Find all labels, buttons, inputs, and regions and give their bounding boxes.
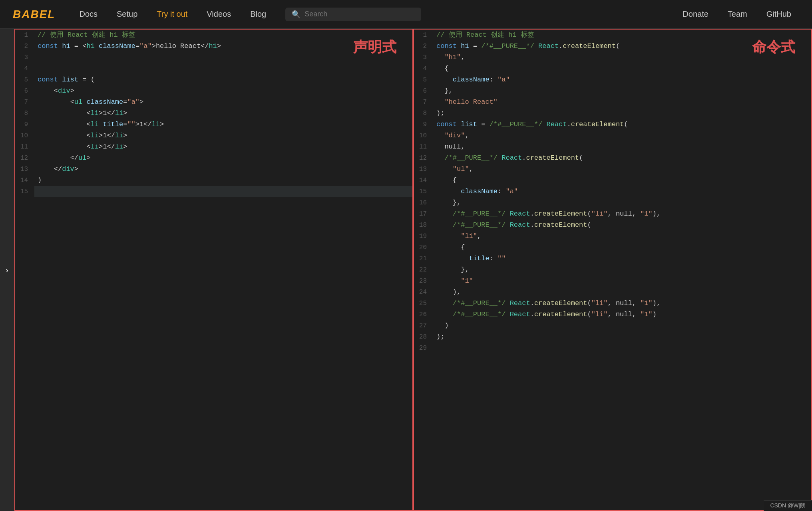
footer-bar: CSDN @W|朗 <box>764 500 812 511</box>
code-line: 9 const list = /*#__PURE__*/ React.creat… <box>414 119 811 130</box>
nav-team[interactable]: Team <box>720 6 755 22</box>
code-line: 15 <box>15 186 412 197</box>
code-line: 13 </div> <box>15 164 412 175</box>
nav-github[interactable]: GitHub <box>758 6 799 22</box>
code-line: 21 title: "" <box>414 253 811 264</box>
left-code-area[interactable]: 1 // 使用 React 创建 h1 标签 2 const h1 = <h1 … <box>15 30 412 197</box>
nav-docs[interactable]: Docs <box>71 6 105 22</box>
code-line: 2 const h1 = /*#__PURE__*/ React.createE… <box>414 41 811 52</box>
nav-right: Donate Team GitHub <box>675 6 799 22</box>
main-content: › 声明式 1 // 使用 React 创建 h1 标签 2 const h1 … <box>0 29 812 511</box>
footer-credit: CSDN @W|朗 <box>770 502 806 509</box>
code-line: 1 // 使用 React 创建 h1 标签 <box>15 30 412 41</box>
logo: BABEL <box>13 8 55 21</box>
code-line: 2 const h1 = <h1 className="a">hello Rea… <box>15 41 412 52</box>
code-line: 11 null, <box>414 141 811 153</box>
nav-tryitout[interactable]: Try it out <box>149 6 195 22</box>
code-line: 13 "ul", <box>414 164 811 175</box>
code-line: 3 <box>15 52 412 63</box>
code-line: 12 /*#__PURE__*/ React.createElement( <box>414 153 811 164</box>
sidebar-toggle[interactable]: › <box>0 29 14 511</box>
code-line: 10 <li>1</li> <box>15 130 412 141</box>
code-line: 11 <li>1</li> <box>15 141 412 153</box>
code-line: 29 <box>414 343 811 354</box>
code-line: 16 }, <box>414 197 811 208</box>
code-line: 10 "div", <box>414 130 811 141</box>
right-panel: 命令式 1 // 使用 React 创建 h1 标签 2 const h1 = … <box>413 29 812 511</box>
code-line: 3 "h1", <box>414 52 811 63</box>
code-line: 20 { <box>414 242 811 253</box>
code-line: 14 ) <box>15 175 412 186</box>
code-line: 6 }, <box>414 85 811 97</box>
code-line: 26 /*#__PURE__*/ React.createElement("li… <box>414 309 811 320</box>
navbar: BABEL Docs Setup Try it out Videos Blog … <box>0 0 812 29</box>
code-line: 19 "li", <box>414 231 811 242</box>
code-line: 7 <ul className="a"> <box>15 97 412 108</box>
code-line: 18 /*#__PURE__*/ React.createElement( <box>414 220 811 231</box>
search-input[interactable] <box>304 10 415 18</box>
code-line: 8 <li>1</li> <box>15 108 412 119</box>
code-line: 6 <div> <box>15 85 412 97</box>
code-line: 5 const list = ( <box>15 74 412 85</box>
code-line: 15 className: "a" <box>414 186 811 197</box>
nav-videos[interactable]: Videos <box>199 6 239 22</box>
left-panel: 声明式 1 // 使用 React 创建 h1 标签 2 const h1 = … <box>14 29 413 511</box>
code-line: 17 /*#__PURE__*/ React.createElement("li… <box>414 208 811 220</box>
code-line: 27 ) <box>414 320 811 331</box>
nav-setup[interactable]: Setup <box>109 6 145 22</box>
code-line: 12 </ul> <box>15 153 412 164</box>
code-line: 9 <li title="">1</li> <box>15 119 412 130</box>
search-icon: 🔍 <box>292 10 301 19</box>
right-code-area[interactable]: 1 // 使用 React 创建 h1 标签 2 const h1 = /*#_… <box>414 30 811 354</box>
code-line: 4 { <box>414 63 811 74</box>
code-line: 23 "1" <box>414 275 811 287</box>
code-line: 22 }, <box>414 264 811 275</box>
code-line: 1 // 使用 React 创建 h1 标签 <box>414 30 811 41</box>
nav-links: Docs Setup Try it out Videos Blog 🔍 <box>71 6 675 22</box>
code-line: 28 ); <box>414 331 811 343</box>
code-line: 24 ), <box>414 287 811 298</box>
code-line: 4 <box>15 63 412 74</box>
code-panels: 声明式 1 // 使用 React 创建 h1 标签 2 const h1 = … <box>14 29 812 511</box>
code-line: 8 ); <box>414 108 811 119</box>
code-line: 7 "hello React" <box>414 97 811 108</box>
chevron-right-icon: › <box>6 265 8 275</box>
code-line: 5 className: "a" <box>414 74 811 85</box>
search-box: 🔍 <box>285 8 421 21</box>
code-line: 25 /*#__PURE__*/ React.createElement("li… <box>414 298 811 309</box>
nav-donate[interactable]: Donate <box>675 6 716 22</box>
code-line: 14 { <box>414 175 811 186</box>
nav-blog[interactable]: Blog <box>242 6 274 22</box>
